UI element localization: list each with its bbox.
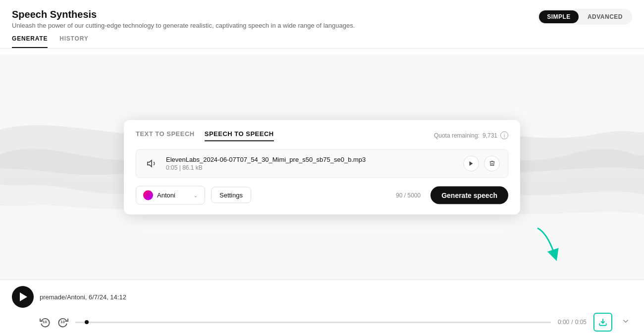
quota-info: Quota remaining: 9,731 i — [434, 132, 508, 140]
progress-thumb — [85, 320, 89, 324]
delete-file-button[interactable] — [484, 155, 500, 171]
modal-tab-text-to-speech[interactable]: TEXT TO SPEECH — [136, 130, 195, 141]
svg-marker-1 — [470, 161, 473, 166]
simple-mode-button[interactable]: SIMPLE — [539, 10, 579, 23]
player-top: premade/Antoni, 6/7/24, 14:12 — [12, 286, 632, 308]
current-time: 0:00 — [558, 319, 569, 326]
modal-tabs: TEXT TO SPEECH SPEECH TO SPEECH — [136, 130, 274, 141]
file-size: 86.1 kB — [182, 164, 203, 171]
title-area: Speech Synthesis Unleash the power of ou… — [12, 9, 355, 29]
file-duration: 0:05 — [166, 164, 177, 171]
mode-toggle: SIMPLE ADVANCED — [537, 9, 632, 25]
main-play-button[interactable] — [12, 286, 34, 308]
tab-generate[interactable]: GENERATE — [12, 35, 48, 48]
forward-button[interactable]: 10 — [57, 317, 68, 328]
main-tabs: GENERATE HISTORY — [12, 35, 632, 48]
rewind-button[interactable]: 10 — [40, 317, 51, 328]
advanced-mode-button[interactable]: ADVANCED — [580, 10, 631, 23]
quota-value: 9,731 — [483, 132, 497, 139]
file-actions — [463, 155, 500, 171]
app-title: Speech Synthesis — [12, 9, 355, 20]
download-button[interactable] — [593, 313, 612, 332]
file-name: ElevenLabs_2024-06-07T07_54_30_Mimi_pre_… — [166, 156, 457, 163]
app-header: Speech Synthesis Unleash the power of ou… — [0, 0, 644, 48]
file-row: ElevenLabs_2024-06-07T07_54_30_Mimi_pre_… — [136, 149, 508, 178]
info-icon: i — [500, 132, 508, 140]
file-info: ElevenLabs_2024-06-07T07_54_30_Mimi_pre_… — [166, 156, 457, 171]
speaker-icon — [144, 155, 160, 171]
settings-button[interactable]: Settings — [211, 187, 251, 203]
chevron-down-icon: ⌃ — [194, 192, 198, 198]
modal-card: TEXT TO SPEECH SPEECH TO SPEECH Quota re… — [124, 120, 520, 214]
app-subtitle: Unleash the power of our cutting-edge te… — [12, 22, 355, 29]
generate-speech-button[interactable]: Generate speech — [430, 186, 508, 204]
modal-header: TEXT TO SPEECH SPEECH TO SPEECH Quota re… — [136, 130, 508, 141]
expand-button[interactable] — [619, 315, 632, 330]
voice-avatar — [143, 190, 153, 200]
voice-name: Antoni — [157, 191, 190, 199]
modal-tab-speech-to-speech[interactable]: SPEECH TO SPEECH — [205, 130, 274, 141]
time-display: 0:00 / 0:05 — [558, 319, 587, 326]
total-time: 0:05 — [575, 319, 587, 326]
player-bar: premade/Antoni, 6/7/24, 14:12 10 10 0:00… — [0, 280, 644, 334]
quota-label: Quota remaining: — [434, 132, 480, 139]
player-track-info: premade/Antoni, 6/7/24, 14:12 — [40, 293, 126, 301]
time-separator: / — [571, 319, 573, 326]
tab-history[interactable]: HISTORY — [59, 35, 88, 48]
player-controls-row: 10 10 0:00 / 0:05 — [40, 313, 632, 332]
svg-marker-0 — [148, 160, 152, 167]
voice-selector[interactable]: Antoni ⌃ — [136, 186, 205, 204]
file-meta: 0:05 | 86.1 kB — [166, 164, 457, 171]
modal-controls: Antoni ⌃ Settings 90 / 5000 Generate spe… — [136, 186, 508, 204]
play-file-button[interactable] — [463, 155, 479, 171]
progress-track[interactable] — [75, 322, 551, 323]
char-count: 90 / 5000 — [257, 191, 421, 198]
